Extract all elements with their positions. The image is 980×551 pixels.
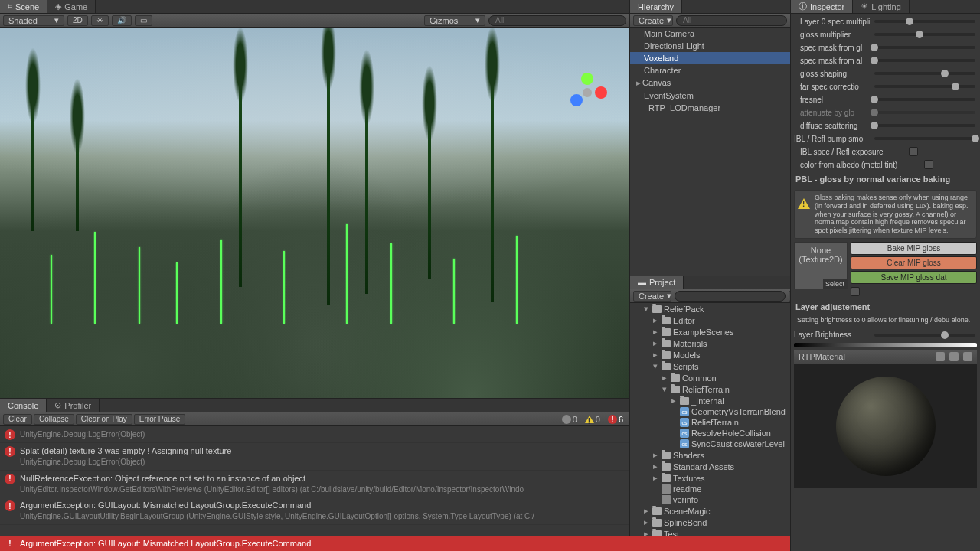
hierarchy-item[interactable]: _RTP_LODmanager bbox=[630, 102, 790, 114]
profiler-icon: ⊙ bbox=[54, 400, 61, 410]
tab-scene[interactable]: ⌗Scene bbox=[0, 0, 47, 13]
console-list[interactable]: !UnityEngine.Debug:LogError(Object)!Spla… bbox=[0, 426, 629, 551]
prop-label: diffuse scattering bbox=[794, 122, 874, 130]
tab-project[interactable]: ▬Project bbox=[630, 276, 684, 289]
hierarchy-item[interactable]: Directional Light bbox=[630, 40, 790, 52]
console-entry[interactable]: !NullReferenceException: Object referenc… bbox=[0, 471, 629, 498]
project-item[interactable]: ▾ReliefTerrain bbox=[630, 383, 790, 395]
console-entry[interactable]: !ArgumentException: GUILayout: Mismatche… bbox=[0, 497, 629, 525]
console-entry[interactable]: !Splat (detail) texture 3 was empty ! As… bbox=[0, 443, 629, 471]
scene-toolbar: Shaded▾ 2D ☀ 🔊 ▭ Gizmos▾ bbox=[0, 14, 629, 28]
info-count[interactable]: 0 bbox=[559, 415, 580, 424]
gizmo-center[interactable] bbox=[583, 88, 592, 97]
ibl-bump-slider[interactable] bbox=[874, 137, 975, 140]
gizmo-z-axis[interactable] bbox=[570, 94, 583, 106]
tab-profiler[interactable]: ⊙Profiler bbox=[47, 399, 100, 412]
tab-console[interactable]: Console bbox=[0, 399, 47, 412]
brightness-slider[interactable] bbox=[874, 334, 975, 337]
tab-inspector[interactable]: ⓘInspector bbox=[791, 0, 853, 13]
clear-button[interactable]: Clear bbox=[3, 414, 32, 425]
color-albedo-check[interactable] bbox=[924, 160, 933, 169]
mode-2d-toggle[interactable]: 2D bbox=[67, 15, 88, 26]
console-entry[interactable]: !UnityEngine.Debug:LogError(Object) bbox=[0, 426, 629, 443]
hierarchy-item[interactable]: ▸Canvas bbox=[630, 77, 790, 90]
prop-slider[interactable] bbox=[874, 72, 975, 75]
project-item[interactable]: ▸SceneMagic bbox=[630, 505, 790, 517]
inspector-icon: ⓘ bbox=[799, 1, 807, 12]
project-item[interactable]: ▸Editor bbox=[630, 315, 790, 326]
save-mip-button[interactable]: Save MIP gloss dat bbox=[851, 271, 977, 284]
lighting-toggle[interactable]: ☀ bbox=[91, 15, 109, 26]
bake-mip-button[interactable]: Bake MIP gloss bbox=[851, 242, 977, 255]
prop-slider[interactable] bbox=[874, 46, 975, 49]
project-item[interactable]: ▸Materials bbox=[630, 337, 790, 349]
clear-on-play-button[interactable]: Clear on Play bbox=[76, 414, 132, 425]
preview-light-icon[interactable] bbox=[949, 352, 959, 361]
hierarchy-create-dropdown[interactable]: Create▾ bbox=[633, 15, 673, 26]
prop-slider[interactable] bbox=[874, 124, 975, 127]
prop-slider[interactable] bbox=[874, 33, 975, 36]
project-item[interactable]: csReliefTerrain bbox=[630, 417, 790, 428]
project-item[interactable]: ▸Textures bbox=[630, 472, 790, 484]
project-item[interactable]: csGeometryVsTerrainBlend bbox=[630, 406, 790, 417]
prop-slider[interactable] bbox=[874, 85, 975, 88]
fx-toggle[interactable]: ▭ bbox=[135, 15, 152, 26]
project-item[interactable]: ▾Scripts bbox=[630, 360, 790, 372]
texture-select-button[interactable]: Select bbox=[823, 279, 847, 289]
tab-hierarchy[interactable]: Hierarchy bbox=[630, 0, 682, 13]
project-item[interactable]: ▸Standard Assets bbox=[630, 461, 790, 472]
project-item[interactable]: ▸Common bbox=[630, 372, 790, 383]
project-item[interactable]: ▸ExampleScenes bbox=[630, 326, 790, 337]
orientation-gizmo[interactable] bbox=[568, 73, 606, 112]
project-create-dropdown[interactable]: Create▾ bbox=[633, 291, 671, 302]
gizmo-y-axis[interactable] bbox=[581, 73, 593, 85]
error-pause-button[interactable]: Error Pause bbox=[134, 414, 185, 425]
hierarchy-item[interactable]: EventSystem bbox=[630, 90, 790, 102]
tab-lighting[interactable]: ☀Lighting bbox=[853, 0, 910, 13]
mip-checkbox[interactable] bbox=[851, 287, 860, 296]
project-item[interactable]: ▸SplineBend bbox=[630, 517, 790, 528]
gizmo-x-axis[interactable] bbox=[595, 86, 607, 99]
ibl-exposure-check[interactable] bbox=[909, 147, 918, 156]
project-item[interactable]: verinfo bbox=[630, 494, 790, 505]
project-item[interactable]: ▸Shaders bbox=[630, 449, 790, 461]
prop-slider[interactable] bbox=[874, 20, 975, 23]
hierarchy-list[interactable]: Main CameraDirectional LightVoxelandChar… bbox=[630, 28, 790, 276]
prop-slider[interactable] bbox=[874, 98, 975, 101]
scene-viewport[interactable] bbox=[0, 28, 629, 398]
project-item[interactable]: csSyncCausticsWaterLevel bbox=[630, 439, 790, 449]
prop-label: Layer 0 spec multipli bbox=[794, 18, 874, 26]
prop-slider[interactable] bbox=[874, 111, 975, 114]
hierarchy-item[interactable]: Voxeland bbox=[630, 52, 790, 64]
error-count[interactable]: !6 bbox=[605, 414, 626, 424]
project-item[interactable]: csResolveHoleCollision bbox=[630, 428, 790, 439]
scene-search[interactable] bbox=[488, 15, 626, 26]
project-item[interactable]: ▾ReliefPack bbox=[630, 303, 790, 315]
collapse-button[interactable]: Collapse bbox=[34, 414, 74, 425]
prop-label: spec mask from gl bbox=[794, 44, 874, 52]
preview-mode-icon[interactable] bbox=[963, 352, 972, 361]
shading-dropdown[interactable]: Shaded▾ bbox=[3, 15, 64, 26]
hierarchy-item[interactable]: Main Camera bbox=[630, 28, 790, 40]
clear-mip-button[interactable]: Clear MIP gloss bbox=[851, 256, 977, 269]
texture-slot[interactable]: None (Texture2D) Select bbox=[794, 242, 848, 289]
brightness-gradient[interactable] bbox=[794, 343, 977, 347]
prop-slider[interactable] bbox=[874, 59, 975, 62]
hierarchy-search[interactable] bbox=[676, 15, 787, 26]
status-bar[interactable]: ! ArgumentException: GUILayout: Mismatch… bbox=[0, 536, 790, 551]
warn-count[interactable]: 0 bbox=[582, 415, 603, 424]
hierarchy-item[interactable]: Character bbox=[630, 64, 790, 77]
project-item[interactable]: ▸Models bbox=[630, 349, 790, 360]
preview-play-icon[interactable] bbox=[936, 352, 945, 361]
material-sphere[interactable] bbox=[836, 377, 936, 476]
inspector-panel[interactable]: Layer 0 spec multipligloss multiplierspe… bbox=[791, 14, 980, 551]
gizmos-dropdown[interactable]: Gizmos▾ bbox=[424, 15, 485, 26]
audio-toggle[interactable]: 🔊 bbox=[112, 15, 132, 26]
prop-label: spec mask from al bbox=[794, 57, 874, 65]
project-item[interactable]: ▸_Internal bbox=[630, 395, 790, 406]
project-item[interactable]: readme bbox=[630, 484, 790, 494]
project-tree[interactable]: ▾ReliefPack▸Editor▸ExampleScenes▸Materia… bbox=[630, 303, 790, 551]
tab-game[interactable]: ◈Game bbox=[47, 0, 96, 13]
prop-label: fresnel bbox=[794, 96, 874, 104]
project-search[interactable] bbox=[675, 291, 786, 302]
